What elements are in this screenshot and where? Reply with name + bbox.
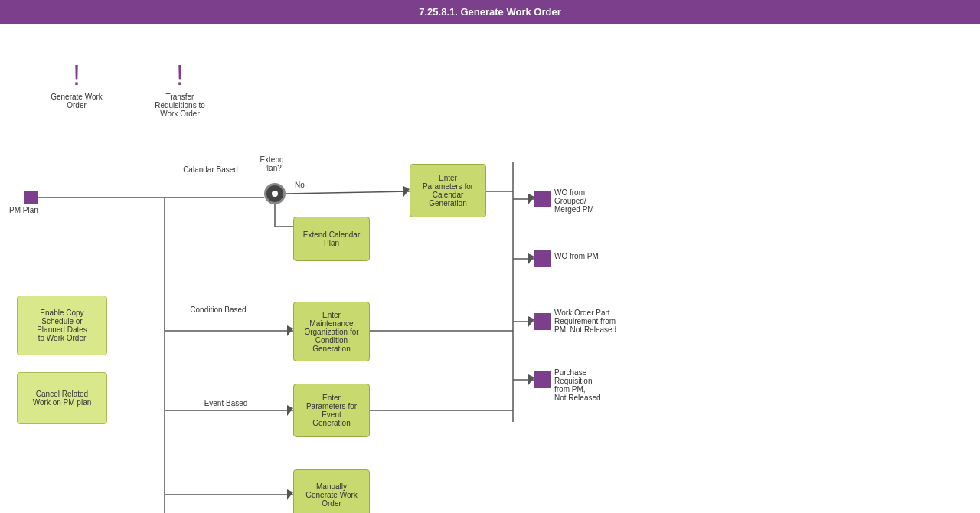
wo-part-req-label: Work Order PartRequirement fromPM, Not R…	[554, 309, 677, 334]
pm-plan-box	[24, 191, 38, 204]
svg-marker-21	[528, 253, 534, 264]
generate-wo-label: Generate Work Order	[42, 93, 111, 109]
event-based-label: Event Based	[176, 399, 276, 407]
transfer-req-label: Transfer Requisitions to Work Order	[145, 93, 214, 118]
manually-generate-box: ManuallyGenerate WorkOrder	[293, 469, 370, 513]
extend-calendar-box: Extend CalendarPlan	[293, 217, 370, 261]
generate-wo-node: ! Generate Work Order	[42, 62, 111, 109]
page-header: 7.25.8.1. Generate Work Order	[0, 0, 980, 24]
svg-marker-18	[287, 405, 293, 416]
wo-part-req-box	[534, 313, 551, 330]
enter-maint-org-box: EnterMaintenanceOrganization forConditio…	[293, 302, 370, 361]
cancel-related-box: Cancel RelatedWork on PM plan	[17, 372, 107, 424]
enter-params-event-box: EnterParameters forEventGeneration	[293, 384, 370, 437]
svg-marker-19	[287, 489, 293, 500]
wo-grouped-box	[534, 191, 551, 207]
header-title: 7.25.8.1. Generate Work Order	[419, 6, 560, 18]
svg-line-2	[286, 191, 410, 194]
enter-params-calendar-box: EnterParameters forCalendarGeneration	[410, 164, 486, 217]
generate-wo-icon: !	[73, 62, 80, 90]
decision-node	[264, 183, 286, 204]
purchase-req-label: PurchaseRequisitionfrom PM,Not Released	[554, 368, 677, 402]
wo-grouped-label: WO fromGrouped/Merged PM	[554, 188, 654, 214]
transfer-req-icon: !	[176, 62, 184, 90]
calendar-based-label: Calandar Based	[165, 165, 256, 174]
transfer-req-node: ! Transfer Requisitions to Work Order	[145, 62, 214, 118]
pm-plan-label: PM Plan	[9, 206, 38, 214]
condition-based-label: Condition Based	[168, 306, 268, 314]
extend-plan-label: ExtendPlan?	[249, 155, 295, 172]
svg-marker-20	[528, 194, 534, 204]
svg-marker-24	[403, 186, 410, 197]
enable-copy-box: Enable CopySchedule orPlanned Datesto Wo…	[17, 296, 107, 355]
purchase-req-box	[534, 371, 551, 388]
svg-marker-23	[528, 374, 534, 385]
no-label: No	[295, 181, 305, 189]
diagram-canvas: ! Generate Work Order ! Transfer Requisi…	[0, 24, 980, 513]
decision-dot	[272, 191, 278, 197]
wo-pm-box	[534, 250, 551, 267]
svg-marker-17	[287, 325, 293, 336]
svg-marker-22	[528, 316, 534, 327]
wo-pm-label: WO from PM	[554, 252, 654, 260]
